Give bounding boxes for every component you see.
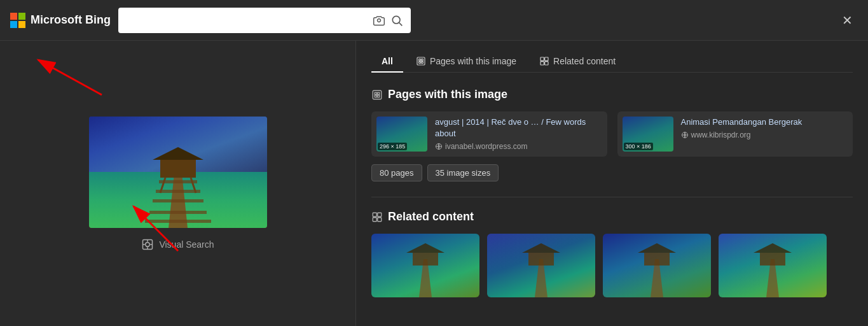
tag-35-sizes[interactable]: 35 image sizes <box>427 164 499 181</box>
globe-icon-2 <box>681 131 689 139</box>
svg-rect-47 <box>413 253 438 266</box>
close-button[interactable]: ✕ <box>837 10 858 31</box>
svg-rect-28 <box>422 59 424 61</box>
svg-rect-56 <box>760 253 785 266</box>
visual-search-text: Visual Search <box>159 239 214 250</box>
pages-cards: 296 × 185 avgust | 2014 | Reč dve o … / … <box>371 111 853 157</box>
svg-rect-30 <box>422 62 424 64</box>
svg-point-4 <box>392 16 400 24</box>
svg-rect-53 <box>644 253 670 266</box>
section-divider <box>371 197 853 197</box>
svg-rect-12 <box>149 211 207 214</box>
svg-rect-42 <box>373 213 376 216</box>
related-thumb-2[interactable] <box>487 234 595 297</box>
svg-marker-51 <box>522 243 560 253</box>
svg-rect-11 <box>153 199 203 202</box>
svg-rect-29 <box>419 62 421 64</box>
pages-tab-icon <box>416 56 426 66</box>
related-thumb-img-1 <box>371 234 479 297</box>
bing-logo-text: Microsoft Bing <box>31 13 111 27</box>
visual-search-icon <box>141 238 154 251</box>
tab-related[interactable]: Related content <box>529 51 626 73</box>
svg-line-7 <box>38 60 102 95</box>
tab-pages[interactable]: Pages with this image <box>406 51 527 73</box>
uploaded-image <box>89 117 267 228</box>
page-title-2: Animasi Pemandangan Bergerak <box>681 117 848 128</box>
svg-rect-13 <box>145 220 211 223</box>
related-section-title: Related content <box>371 210 853 223</box>
related-thumb-img-2 <box>487 234 595 297</box>
svg-rect-43 <box>378 213 382 216</box>
tab-related-label: Related content <box>553 56 616 66</box>
svg-point-21 <box>146 242 150 246</box>
svg-rect-10 <box>156 190 200 193</box>
svg-rect-2 <box>10 21 17 28</box>
related-section-heading: Related content <box>388 210 474 223</box>
svg-rect-3 <box>18 21 25 28</box>
search-bar <box>118 8 411 33</box>
domain-text-1: ivanabel.wordpress.com <box>445 142 527 151</box>
page-info-1: avgust | 2014 | Reč dve o … / Few words … <box>435 117 602 151</box>
page-thumb-2: 300 × 186 <box>623 117 673 152</box>
svg-rect-26 <box>417 57 425 65</box>
tab-all-label: All <box>382 56 393 66</box>
svg-rect-36 <box>375 92 376 94</box>
bing-logo[interactable]: Microsoft Bing <box>10 13 111 28</box>
svg-rect-33 <box>541 62 544 65</box>
tab-all[interactable]: All <box>371 51 403 73</box>
svg-rect-39 <box>378 95 380 97</box>
visual-search-label: Visual Search <box>141 238 214 251</box>
camera-icon[interactable] <box>373 14 385 27</box>
related-thumb-4[interactable] <box>719 234 827 297</box>
tabs: All Pages with this image <box>371 51 853 73</box>
pages-section-title: Pages with this image <box>371 88 853 101</box>
search-input[interactable] <box>126 15 368 25</box>
svg-rect-14 <box>160 160 196 178</box>
header: Microsoft Bing ✕ <box>0 0 868 41</box>
tag-buttons: 80 pages 35 image sizes <box>371 164 853 181</box>
page-card-2[interactable]: 300 × 186 Animasi Pemandangan Bergerak w… <box>617 111 853 157</box>
svg-rect-37 <box>378 92 380 94</box>
page-thumb-1: 296 × 185 <box>376 117 427 152</box>
page-domain-2: www.kibrispdr.org <box>681 131 848 139</box>
search-icon[interactable] <box>390 14 403 27</box>
related-thumb-img-4 <box>719 234 827 297</box>
pages-section-icon <box>371 89 383 101</box>
tag-80-pages[interactable]: 80 pages <box>371 164 422 181</box>
arrow-to-logo <box>0 41 127 104</box>
svg-rect-1 <box>18 13 25 20</box>
page-domain-1: ivanabel.wordpress.com <box>435 142 602 151</box>
svg-rect-38 <box>375 95 376 97</box>
bing-logo-icon <box>10 13 25 28</box>
page-card-1[interactable]: 296 × 185 avgust | 2014 | Reč dve o … / … <box>371 111 607 157</box>
svg-marker-15 <box>153 147 203 160</box>
thumb-size-1: 296 × 185 <box>378 143 407 150</box>
left-panel: Visual Search <box>0 41 356 326</box>
right-panel: All Pages with this image <box>356 41 868 326</box>
svg-marker-48 <box>406 243 444 253</box>
page-title-1: avgust | 2014 | Reč dve o … / Few words … <box>435 117 602 139</box>
main-container: Visual Search All Pages with this image <box>0 41 868 326</box>
svg-rect-45 <box>378 217 382 221</box>
page-info-2: Animasi Pemandangan Bergerak www.kibrisp… <box>681 117 848 139</box>
related-thumb-1[interactable] <box>371 234 479 297</box>
pages-section-heading: Pages with this image <box>388 88 507 101</box>
svg-rect-31 <box>541 57 544 60</box>
svg-rect-50 <box>528 253 554 266</box>
svg-rect-32 <box>545 57 548 60</box>
globe-icon-1 <box>435 143 443 150</box>
related-thumb-3[interactable] <box>603 234 711 297</box>
related-section-icon <box>371 211 383 223</box>
related-thumbs <box>371 234 853 297</box>
svg-rect-0 <box>10 13 17 20</box>
thumb-size-2: 300 × 186 <box>624 143 653 150</box>
tab-pages-label: Pages with this image <box>430 56 516 66</box>
dock-svg <box>89 117 267 228</box>
svg-marker-57 <box>754 243 792 253</box>
svg-marker-54 <box>638 243 676 253</box>
svg-rect-35 <box>373 90 382 99</box>
related-thumb-img-3 <box>603 234 711 297</box>
related-tab-icon <box>539 56 549 66</box>
domain-text-2: www.kibrispdr.org <box>691 131 751 139</box>
svg-rect-44 <box>373 217 376 221</box>
